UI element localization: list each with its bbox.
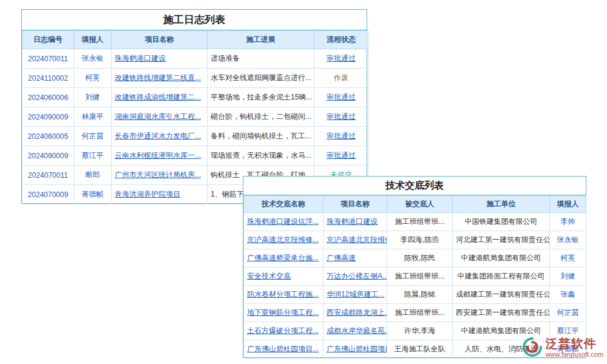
link-cell[interactable]: 成都水岸华庭名苑... [324,322,387,340]
link-cell[interactable]: 地下室钢筋分项工程... [244,304,324,322]
link-cell[interactable]: 华润12城房建工... [324,286,387,304]
table-cell: 施工班组带班... [387,213,453,231]
table-cell: 王海施工队全队 [387,340,453,359]
brand-name: 泛普软件 [546,336,597,351]
link-cell[interactable]: 防水卷材分项工程施... [244,286,324,304]
link-cell[interactable]: 西安成都路龙湖上... [324,304,387,322]
column-header: 项目名称 [112,31,208,49]
status-cell[interactable]: 审批通过 [314,88,368,107]
table-cell: 柯英 [74,69,112,88]
table-cell: 中国铁建集团有限公司 [453,213,550,231]
table-row: 2024060006刘健改建铁路成渝线增建第二...平整场地，拉走多余泥土15辆… [22,88,368,107]
table-cell: 水车对全线遮阳网覆盖点进行... [208,69,314,88]
table-cell: 何芷茵 [74,127,112,146]
table-cell: 现场巡查，无积水现象，水马... [208,146,314,166]
brand-logo: 泛普软件 www.fanpusoft.com [521,336,603,360]
table-cell: 砌台阶，钩机排土，二包砌间... [208,107,314,127]
status-cell[interactable]: 审批通过 [314,49,368,69]
table-cell: 河北建工第一建筑有限责任公司 [453,231,550,249]
construction-log-panel: 施工日志列表 日志编号填报人项目名称施工进展流程状态 2024070011张永银… [21,9,367,204]
link-cell[interactable]: 土石方爆破分项工程... [244,322,324,340]
table-cell: 2024070011 [22,166,74,185]
column-header: 填报人 [550,196,586,213]
table-cell: 进场准备 [208,49,314,69]
table-cell: 李四海,陈浩 [387,231,453,249]
table-cell: 2024090009 [22,146,74,166]
link-cell[interactable]: 青海洪湖养护院项目 [112,185,208,204]
table-cell: 施工班组带班... [387,304,453,322]
column-header: 技术交底名称 [244,196,324,213]
link-cell[interactable]: 京沪高速北京段维修 [324,231,387,249]
table-cell: 施工班组带班... [387,268,453,286]
link-cell[interactable]: 广东佛山碧桂园项目 [324,340,387,359]
link-cell[interactable]: 广东佛山碧桂园项目... [244,340,324,359]
link-cell[interactable]: 珠海鹤港口建设 [324,213,387,231]
link-cell[interactable]: 广佛高速桥梁承台施... [244,249,324,268]
table-cell: 中建港航局集团有限公司 [453,249,550,268]
table-cell: 2024060006 [22,88,74,107]
table-cell: 成都建工第一建筑有限责任公司 [453,286,550,304]
table-row: 防水卷材分项工程施...华润12城房建工...陈晨,陈铭成都建工第一建筑有限责任… [244,286,586,304]
table-row: 2024090009蔡江平云南水利枢纽潜明水库一...现场巡查，无积水现象，水马… [22,146,368,166]
tech-disclosure-table: 技术交底名称项目名称被交底人施工单位填报人 珠海鹤港口建设抗浮...珠海鹤港口建… [243,195,586,359]
status-cell[interactable]: 审批通过 [314,127,368,146]
column-header: 项目名称 [324,196,387,213]
table-cell: 陈牧,陈民 [387,249,453,268]
table-row: 2024070011张永银珠海鹤港口建设进场准备审批通过 [22,49,368,69]
table-cell: 2024070009 [22,185,74,204]
table-row: 安全技术交底万达办公楼左侧A...施工班组带班...中建集团路面工程有限公司刘健 [244,268,586,286]
table-cell: 何芷茵 [550,304,586,322]
status-cell[interactable]: 审批通过 [314,107,368,127]
link-cell[interactable]: 湖南洞庭湖水库引水工程... [112,107,208,127]
table-cell: 2024060005 [22,127,74,146]
table-cell: 陈晨,陈铭 [387,286,453,304]
table-row: 地下室钢筋分项工程...西安成都路龙湖上...施工班组带班...西安建工第一建筑… [244,304,586,322]
link-cell[interactable]: 长春市伊通河水力发电厂... [112,127,208,146]
header-row: 日志编号填报人项目名称施工进展流程状态 [22,31,368,49]
link-cell[interactable]: 安全技术交底 [244,268,324,286]
table-cell: 许华,李海 [387,322,453,340]
header-row: 技术交底名称项目名称被交底人施工单位填报人 [244,196,586,213]
table-cell: 张永银 [550,231,586,249]
table-cell: 平整场地，拉走多余泥土15辆... [208,88,314,107]
link-cell[interactable]: 广佛高速 [324,249,387,268]
link-cell[interactable]: 广州市天河区统计局机房... [112,166,208,185]
link-cell[interactable]: 珠海鹤港口建设抗浮... [244,213,324,231]
column-header: 施工单位 [453,196,550,213]
tech-disclosure-title: 技术交底列表 [243,177,586,195]
table-cell: 林康平 [74,107,112,127]
table-cell: 断郎 [74,166,112,185]
table-row: 广佛高速桥梁承台施...广佛高速陈牧,陈民中建港航局集团有限公司柯英 [244,249,586,268]
table-cell: 蒋德帧 [74,185,112,204]
status-cell[interactable]: 审批通过 [314,146,368,166]
table-row: 珠海鹤港口建设抗浮...珠海鹤港口建设施工班组带班...中国铁建集团有限公司李帅 [244,213,586,231]
link-cell[interactable]: 云南水利枢纽潜明水库一... [112,146,208,166]
column-header: 填报人 [74,31,112,49]
table-cell: 刘健 [74,88,112,107]
table-cell: 刘健 [550,268,586,286]
tech-disclosure-panel: 技术交底列表 技术交底名称项目名称被交底人施工单位填报人 珠海鹤港口建设抗浮..… [243,176,586,358]
table-cell: 中建集团路面工程有限公司 [453,268,550,286]
column-header: 流程状态 [314,31,368,49]
status-cell[interactable]: 作废 [314,69,368,88]
link-cell[interactable]: 改建铁路成渝线增建第二... [112,88,208,107]
table-row: 2024060005何芷茵长春市伊通河水力发电厂...备料，砌间墙钩机排土，瓦工… [22,127,368,146]
link-cell[interactable]: 万达办公楼左侧A... [324,268,387,286]
brand-url: www.fanpusoft.com [546,351,603,359]
link-cell[interactable]: 珠海鹤港口建设 [112,49,208,69]
table-cell: 蔡江平 [74,146,112,166]
table-row: 2024090009林康平湖南洞庭湖水库引水工程...砌台阶，钩机排土，二包砌间… [22,107,368,127]
column-header: 被交底人 [387,196,453,213]
table-cell: 2024090009 [22,107,74,127]
table-cell: 西安建工第一建筑有限责任公司 [453,304,550,322]
column-header: 施工进展 [208,31,314,49]
link-cell[interactable]: 改建铁路线增建第二线直... [112,69,208,88]
table-cell: 备料，砌间墙钩机排土，瓦工... [208,127,314,146]
table-row: 京沪高速北京段维修...京沪高速北京段维修李四海,陈浩河北建工第一建筑有限责任公… [244,231,586,249]
table-cell: 2024070011 [22,49,74,69]
link-cell[interactable]: 京沪高速北京段维修... [244,231,324,249]
column-header: 日志编号 [22,31,74,49]
table-row: 2024110002柯英改建铁路线增建第二线直...水车对全线遮阳网覆盖点进行.… [22,69,368,88]
table-cell: 张鑫 [550,286,586,304]
fanpu-swirl-icon [521,336,543,360]
